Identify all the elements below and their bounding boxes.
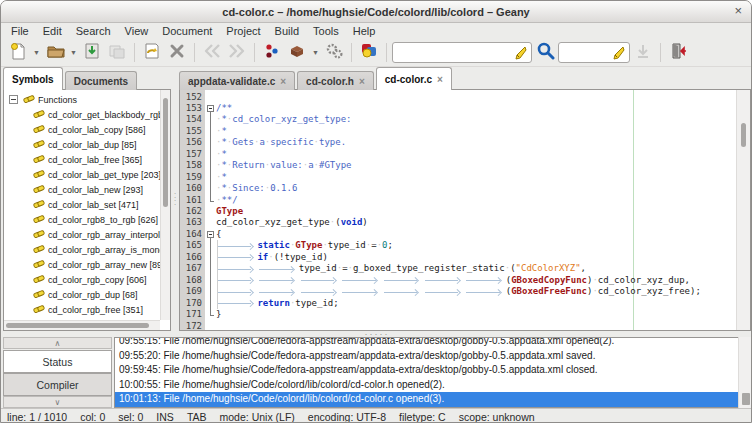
- tree-row-symbol[interactable]: cd_color_lab_get_type [203]: [4, 167, 161, 182]
- build-button[interactable]: [285, 41, 309, 65]
- code-line[interactable]: return·type_id;: [216, 298, 339, 309]
- tree-row-symbol[interactable]: cd_color_lab_dup [85]: [4, 137, 161, 152]
- tree-row-symbol[interactable]: cd_color_rgb_dup [68]: [4, 287, 161, 302]
- tab-appdata-validate-c[interactable]: appdata-validate.c×: [179, 71, 295, 90]
- close-tab-button[interactable]: [165, 41, 189, 65]
- message-row[interactable]: 09:55:15: File /home/hughsie/Code/fedora…: [115, 337, 738, 349]
- code-line[interactable]: static·GType·type_id·=·0;: [216, 240, 393, 251]
- tab-close-icon[interactable]: ×: [437, 74, 443, 85]
- code-line[interactable]: ·*: [216, 149, 227, 160]
- code-line[interactable]: ·*·Since:·0.1.6: [216, 183, 297, 194]
- code-line[interactable]: GType: [216, 206, 243, 217]
- menu-file[interactable]: File: [4, 23, 36, 39]
- menu-project[interactable]: Project: [219, 23, 267, 39]
- menu-edit[interactable]: Edit: [36, 23, 69, 39]
- build-dropdown[interactable]: ▼: [310, 41, 321, 65]
- search-input-field[interactable]: [396, 44, 512, 61]
- code-line[interactable]: (GBoxedCopyFunc)·cd_color_xyz_dup,: [216, 275, 690, 286]
- menu-build[interactable]: Build: [268, 23, 306, 39]
- code-line[interactable]: }: [216, 309, 221, 320]
- tab-cd-color-c[interactable]: cd-color.c×: [376, 67, 452, 90]
- code-line[interactable]: ·*·Gets·a·specific·type.: [216, 137, 346, 148]
- save-button[interactable]: [80, 41, 104, 65]
- code-line[interactable]: cd_color_xyz_get_type·(void): [216, 217, 368, 228]
- color-chooser-button[interactable]: [357, 41, 381, 65]
- code-line[interactable]: ·*: [216, 126, 227, 137]
- nav-back-button[interactable]: [200, 41, 224, 65]
- fold-collapse-box[interactable]: [207, 231, 214, 238]
- tree-row-symbol[interactable]: cd_color_lab_free [365]: [4, 152, 161, 167]
- editor[interactable]: 1521531541551561571581591601611621631641…: [179, 89, 751, 331]
- tab-close-icon[interactable]: ×: [280, 76, 286, 87]
- tree-row-symbol[interactable]: cd_color_rgb_array_interpolate [9: [4, 227, 161, 242]
- menu-help[interactable]: Help: [346, 23, 383, 39]
- new-file-dropdown[interactable]: ▼: [31, 41, 42, 65]
- message-row[interactable]: 10:01:13: File /home/hughsie/Code/colord…: [115, 392, 738, 407]
- status-message-list[interactable]: 09:55:15: File /home/hughsie/Code/fedora…: [114, 337, 738, 408]
- menu-view[interactable]: View: [118, 23, 156, 39]
- tree-row-symbol[interactable]: cd_color_lab_new [293]: [4, 182, 161, 197]
- new-file-button[interactable]: [6, 41, 30, 65]
- menu-document[interactable]: Document: [155, 23, 219, 39]
- fold-collapse-box[interactable]: [207, 105, 214, 112]
- fold-marker[interactable]: [205, 103, 216, 114]
- tab-cd-color-h[interactable]: cd-color.h×: [297, 71, 374, 90]
- tab-symbols[interactable]: Symbols: [3, 67, 63, 90]
- window-close-button[interactable]: ×: [734, 3, 742, 18]
- code-area[interactable]: /**·*·cd_color_xyz_get_type:·*·*·Gets·a·…: [216, 90, 736, 330]
- message-row[interactable]: 09:59:45: File /home/hughsie/Code/fedora…: [115, 363, 738, 378]
- fold-marker[interactable]: [205, 229, 216, 240]
- tree-row-symbol[interactable]: cd_color_rgb_copy [606]: [4, 272, 161, 287]
- tree-row-symbol[interactable]: cd_color_rgb8_to_rgb [626]: [4, 212, 161, 227]
- message-tabs-up-button[interactable]: ∧: [3, 337, 112, 349]
- code-line[interactable]: {: [216, 229, 221, 240]
- goto-line-button[interactable]: [631, 41, 655, 65]
- code-line[interactable]: ·**/: [216, 195, 238, 206]
- execute-button[interactable]: [322, 41, 346, 65]
- titlebar[interactable]: cd-color.c – /home/hughsie/Code/colord/l…: [1, 1, 751, 23]
- message-tabs-down-button[interactable]: ∨: [3, 396, 112, 408]
- message-vscrollbar-thumb[interactable]: [742, 393, 750, 405]
- clear-quill-icon[interactable]: [514, 46, 528, 60]
- message-row[interactable]: 09:55:20: File /home/hughsie/Code/fedora…: [115, 349, 738, 364]
- sidebar-vscrollbar-thumb[interactable]: [163, 98, 168, 207]
- sidebar-hscrollbar-thumb[interactable]: [6, 323, 149, 328]
- tree-row-symbol[interactable]: cd_color_rgb_free [351]: [4, 302, 161, 317]
- sidebar-splitter[interactable]: ····: [171, 67, 179, 331]
- goto-line-input[interactable]: [558, 42, 630, 63]
- save-all-button[interactable]: [105, 41, 129, 65]
- message-tab-compiler[interactable]: Compiler: [3, 373, 112, 396]
- message-tab-status[interactable]: Status: [3, 350, 112, 373]
- tree-row-symbol[interactable]: cd_color_get_blackbody_rgb [997]: [4, 107, 161, 122]
- open-file-button[interactable]: [43, 41, 67, 65]
- compile-button[interactable]: [260, 41, 284, 65]
- code-line[interactable]: ·*: [216, 172, 227, 183]
- tree-row-symbol[interactable]: cd_color_lab_copy [586]: [4, 122, 161, 137]
- menu-tools[interactable]: Tools: [306, 23, 346, 39]
- tab-documents[interactable]: Documents: [65, 71, 137, 90]
- menu-search[interactable]: Search: [69, 23, 118, 39]
- tree-row-symbol[interactable]: cd_color_rgb_array_is_monotonic: [4, 242, 161, 257]
- open-file-dropdown[interactable]: ▼: [68, 41, 79, 65]
- goto-line-field[interactable]: [562, 44, 610, 61]
- clear-quill-icon[interactable]: [612, 46, 626, 60]
- symbols-tree[interactable]: Functionscd_color_get_blackbody_rgb [997…: [4, 90, 161, 320]
- expander-icon[interactable]: [9, 95, 18, 104]
- quit-button[interactable]: [666, 41, 690, 65]
- code-line[interactable]: type_id·=·g_boxed_type_register_static·(…: [216, 263, 586, 274]
- nav-forward-button[interactable]: [225, 41, 249, 65]
- message-row[interactable]: 10:00:55: File /home/hughsie/Code/colord…: [115, 378, 738, 393]
- code-line[interactable]: (GBoxedFreeFunc)·cd_color_xyz_free);: [216, 286, 701, 297]
- code-line[interactable]: ·*·cd_color_xyz_get_type:: [216, 114, 351, 125]
- tree-row-symbol[interactable]: cd_color_lab_set [471]: [4, 197, 161, 212]
- tree-row-symbol[interactable]: cd_color_rgb_array_new [896]: [4, 257, 161, 272]
- search-button[interactable]: [533, 41, 557, 65]
- revert-button[interactable]: [140, 41, 164, 65]
- tab-close-icon[interactable]: ×: [359, 76, 365, 87]
- code-line[interactable]: ·*·Return·value:·a·#GType: [216, 160, 352, 171]
- code-line[interactable]: /**: [216, 103, 232, 114]
- editor-vscrollbar-thumb[interactable]: [741, 123, 746, 147]
- code-line[interactable]: if·(!type_id): [216, 252, 328, 263]
- tree-row-functions[interactable]: Functions: [4, 92, 161, 107]
- search-input[interactable]: [392, 42, 532, 63]
